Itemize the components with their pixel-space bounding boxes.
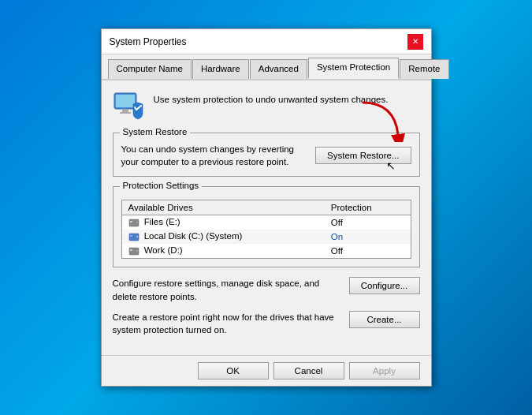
table-row: Files (E:) Off [121, 215, 411, 230]
svg-rect-12 [130, 249, 132, 251]
svg-rect-6 [130, 221, 132, 222]
cancel-button[interactable]: Cancel [273, 362, 344, 379]
content-area: Use system protection to undo unwanted s… [102, 80, 431, 355]
protection-work: Off [325, 244, 411, 259]
configure-text: Configure restore settings, manage disk … [113, 277, 341, 302]
configure-section: Configure restore settings, manage disk … [113, 277, 420, 302]
drive-icon-files [128, 217, 140, 228]
protection-settings-label: Protection Settings [120, 181, 203, 190]
svg-rect-1 [116, 95, 135, 107]
drive-icon-work [128, 245, 140, 256]
tab-remote[interactable]: Remote [400, 59, 448, 79]
create-section: Create a restore point right now for the… [113, 311, 420, 336]
title-bar-controls: ✕ [407, 34, 423, 50]
system-restore-button-container: System Restore... ↖ [315, 147, 411, 164]
create-button[interactable]: Create... [349, 311, 420, 328]
system-restore-section: System Restore You can undo system chang… [113, 133, 420, 177]
tab-system-protection[interactable]: System Protection [308, 58, 399, 79]
system-restore-row: You can undo system changes by reverting… [121, 140, 411, 168]
protection-local: On [325, 230, 411, 244]
cursor-indicator: ↖ [386, 159, 396, 172]
system-restore-label: System Restore [120, 127, 191, 136]
system-restore-text: You can undo system changes by reverting… [121, 143, 308, 168]
tabs-container: Computer Name Hardware Advanced System P… [102, 54, 431, 80]
tab-advanced[interactable]: Advanced [250, 59, 307, 79]
apply-button[interactable]: Apply [349, 362, 420, 379]
ok-button[interactable]: OK [198, 362, 269, 379]
close-button[interactable]: ✕ [407, 34, 423, 50]
svg-point-10 [136, 236, 138, 237]
system-properties-dialog: System Properties ✕ Computer Name Hardwa… [101, 28, 432, 387]
drive-name-files: Files (E:) [121, 215, 325, 230]
dialog-title: System Properties [110, 36, 187, 47]
system-protection-icon [113, 90, 144, 122]
footer-buttons: OK Cancel Apply [102, 355, 431, 386]
protection-header: Protection [325, 200, 411, 215]
title-bar: System Properties ✕ [102, 29, 431, 54]
configure-button[interactable]: Configure... [349, 277, 420, 294]
svg-rect-2 [122, 109, 128, 112]
svg-rect-9 [130, 235, 132, 237]
tab-computer-name[interactable]: Computer Name [108, 59, 192, 79]
svg-rect-3 [120, 112, 131, 114]
drive-name-local: Local Disk (C:) (System) [121, 230, 325, 244]
red-arrow-indicator [347, 99, 410, 142]
drive-icon-local [128, 231, 140, 242]
svg-point-13 [136, 250, 138, 252]
tab-hardware[interactable]: Hardware [192, 59, 249, 79]
drives-table: Available Drives Protection Files (E:) [121, 200, 411, 259]
protection-files: Off [325, 215, 411, 230]
table-row: Local Disk (C:) (System) On [121, 230, 411, 244]
drive-name-work: Work (D:) [121, 244, 325, 259]
create-text: Create a restore point right now for the… [113, 311, 341, 336]
available-drives-header: Available Drives [121, 200, 325, 215]
system-restore-button[interactable]: System Restore... [315, 147, 411, 164]
svg-point-7 [136, 222, 138, 223]
protection-settings-section: Protection Settings Available Drives Pro… [113, 186, 420, 267]
table-row: Work (D:) Off [121, 244, 411, 259]
